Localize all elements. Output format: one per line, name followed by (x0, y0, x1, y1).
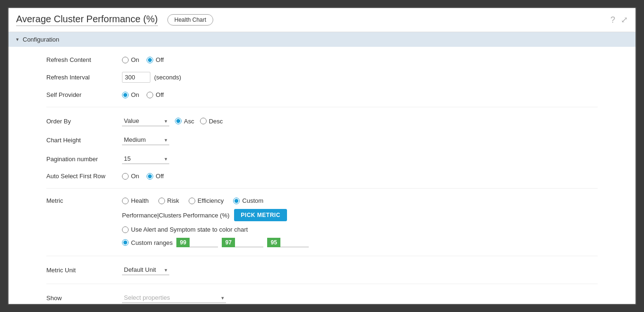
self-provider-radio-group: On Off (122, 91, 164, 98)
metric-custom-label: Custom (242, 197, 263, 204)
auto-select-label: Auto Select First Row (46, 173, 122, 180)
seconds-label: (seconds) (154, 74, 181, 81)
range-input-1[interactable] (190, 238, 218, 247)
metric-efficiency-label: Efficiency (198, 197, 224, 204)
refresh-content-on-label: On (131, 56, 139, 63)
custom-ranges-row: Custom ranges 99 97 95 (122, 238, 309, 247)
self-provider-row: Self Provider On Off (46, 91, 598, 98)
range-box-1: 99 (176, 238, 218, 247)
pick-metric-button[interactable]: PICK METRIC (234, 209, 287, 221)
metric-custom-option[interactable]: Custom (233, 197, 263, 204)
range-box-2: 97 (222, 238, 263, 247)
chart-height-select-wrapper: Small Medium Large (122, 135, 169, 145)
range-box-3: 95 (267, 238, 309, 247)
metric-unit-label: Metric Unit (46, 267, 122, 274)
expand-icon[interactable]: ⤢ (621, 15, 628, 25)
pagination-number-row: Pagination number 10 15 20 25 (46, 154, 598, 164)
range-value-2: 97 (222, 238, 235, 247)
metric-unit-row: Metric Unit Default Unit Percent Count (46, 265, 598, 275)
self-provider-off-option[interactable]: Off (147, 91, 164, 98)
self-provider-on-label: On (131, 91, 139, 98)
help-icon[interactable]: ? (610, 15, 615, 25)
header-actions: ? ⤢ (610, 15, 628, 25)
refresh-content-radio-group: On Off (122, 56, 164, 63)
refresh-content-on-option[interactable]: On (122, 56, 139, 63)
auto-select-radio-group: On Off (122, 173, 164, 180)
order-desc-label: Desc (209, 118, 223, 125)
health-chart-button[interactable]: Health Chart (167, 14, 213, 26)
metric-efficiency-option[interactable]: Efficiency (189, 197, 224, 204)
config-section-header[interactable]: ▾ Configuration (9, 32, 635, 47)
refresh-content-label: Refresh Content (46, 56, 122, 63)
custom-ranges-option[interactable]: Custom ranges (122, 239, 173, 246)
show-label: Show (46, 295, 122, 302)
show-select-wrapper: Select properties (122, 293, 226, 303)
metric-risk-option[interactable]: Risk (158, 197, 179, 204)
metric-label: Metric (46, 197, 122, 204)
chart-height-label: Chart Height (46, 137, 122, 144)
chart-height-select[interactable]: Small Medium Large (122, 135, 169, 145)
range-input-2[interactable] (235, 238, 263, 247)
refresh-interval-input-wrapper: (seconds) (122, 72, 181, 83)
page-title: Average Cluster Performance (%) (16, 14, 158, 26)
pagination-select[interactable]: 10 15 20 25 (122, 154, 169, 164)
self-provider-on-option[interactable]: On (122, 91, 139, 98)
auto-select-on-option[interactable]: On (122, 173, 139, 180)
order-by-controls: Value Name Count Asc Desc (122, 116, 223, 126)
order-by-row: Order By Value Name Count Asc Desc (46, 116, 598, 126)
metric-section: Health Risk Efficiency Custom (122, 197, 309, 247)
use-alert-option[interactable]: Use Alert and Symptom state to color cha… (122, 226, 248, 233)
use-alert-row: Use Alert and Symptom state to color cha… (122, 226, 309, 233)
auto-select-on-label: On (131, 173, 139, 180)
pagination-number-label: Pagination number (46, 156, 122, 163)
order-by-select-wrapper: Value Name Count (122, 116, 169, 126)
separator-1 (46, 107, 598, 107)
auto-select-off-label: Off (156, 173, 164, 180)
custom-ranges-label: Custom ranges (131, 239, 173, 246)
config-content: Refresh Content On Off Refresh Interval … (9, 47, 635, 304)
use-alert-label: Use Alert and Symptom state to color cha… (131, 226, 248, 233)
refresh-content-off-label: Off (156, 56, 164, 63)
metric-health-label: Health (131, 197, 149, 204)
chart-height-row: Chart Height Small Medium Large (46, 135, 598, 145)
auto-select-row: Auto Select First Row On Off (46, 173, 598, 180)
metric-risk-label: Risk (167, 197, 179, 204)
order-by-label: Order By (46, 118, 122, 125)
separator-3 (46, 256, 598, 256)
metric-path-row: Performance|Clusters Performance (%) PIC… (122, 209, 309, 221)
auto-select-off-option[interactable]: Off (147, 173, 164, 180)
config-chevron-icon[interactable]: ▾ (16, 36, 19, 43)
refresh-content-off-option[interactable]: Off (147, 56, 164, 63)
order-by-select[interactable]: Value Name Count (122, 116, 169, 126)
metric-radio-row: Health Risk Efficiency Custom (122, 197, 309, 204)
metric-unit-select[interactable]: Default Unit Percent Count (122, 265, 169, 275)
separator-4 (46, 284, 598, 284)
order-asc-label: Asc (184, 118, 194, 125)
show-row: Show Select properties (46, 293, 598, 303)
order-asc-option[interactable]: Asc (175, 118, 194, 125)
main-panel: Average Cluster Performance (%) Health C… (8, 7, 636, 305)
pagination-select-wrapper: 10 15 20 25 (122, 154, 169, 164)
order-desc-option[interactable]: Desc (200, 118, 223, 125)
self-provider-label: Self Provider (46, 91, 122, 98)
config-label: Configuration (23, 36, 59, 43)
metric-health-option[interactable]: Health (122, 197, 149, 204)
range-input-3[interactable] (280, 238, 309, 247)
metric-row: Metric Health Risk Efficiency (46, 197, 598, 247)
range-value-1: 99 (176, 238, 190, 247)
metric-unit-select-wrapper: Default Unit Percent Count (122, 265, 169, 275)
metric-path-text: Performance|Clusters Performance (%) (122, 212, 229, 219)
show-select[interactable]: Select properties (122, 293, 226, 303)
refresh-interval-input[interactable] (122, 72, 150, 83)
range-value-3: 95 (267, 238, 280, 247)
refresh-interval-label: Refresh Interval (46, 74, 122, 81)
refresh-interval-row: Refresh Interval (seconds) (46, 72, 598, 83)
self-provider-off-label: Off (156, 91, 164, 98)
refresh-content-row: Refresh Content On Off (46, 56, 598, 63)
header: Average Cluster Performance (%) Health C… (9, 8, 635, 32)
separator-2 (46, 188, 598, 189)
